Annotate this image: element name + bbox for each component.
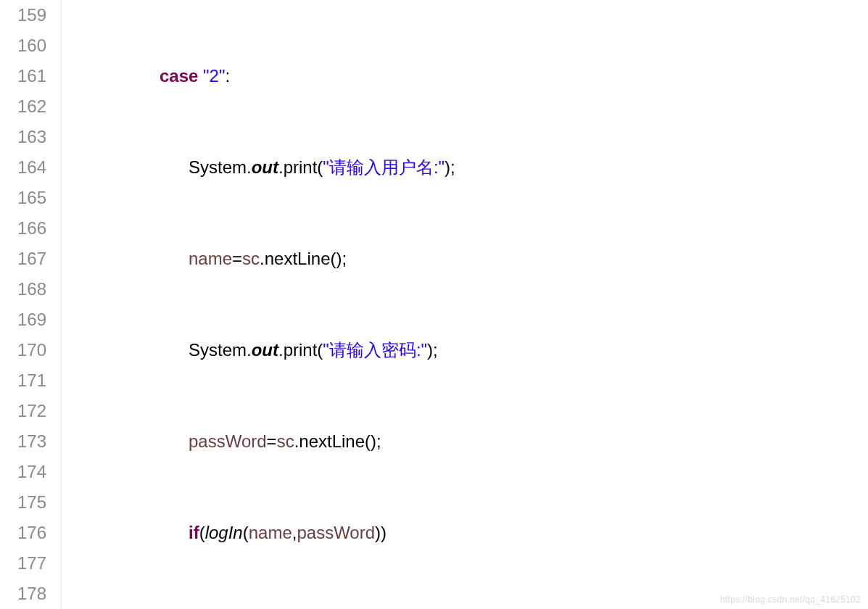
line-number: 171 (0, 365, 46, 396)
code-line[interactable]: System.out.print("请输入密码:"); (73, 335, 868, 365)
code-line[interactable]: if(logIn(name,passWord)) (73, 518, 868, 548)
var-name: name (189, 249, 232, 268)
code-line[interactable]: name=sc.nextLine(); (73, 244, 868, 274)
line-number: 159 (0, 0, 46, 30)
line-number-gutter: 159 160 161 162 163 164 165 166 167 168 … (0, 0, 62, 609)
line-number: 175 (0, 487, 46, 518)
string-literal: "2" (203, 66, 225, 86)
field-out: out (252, 340, 278, 360)
line-number: 173 (0, 426, 46, 457)
line-number: 167 (0, 244, 46, 274)
keyword-if: if (189, 523, 199, 542)
line-number: 168 (0, 274, 46, 304)
line-number: 165 (0, 183, 46, 213)
var-sc: sc (277, 431, 294, 451)
code-editor-area[interactable]: case "2": System.out.print("请输入用户名:"); n… (62, 0, 868, 609)
line-number: 172 (0, 396, 46, 426)
watermark-text: https://blog.csdn.net/qq_41625102 (720, 594, 861, 605)
line-number: 177 (0, 548, 46, 579)
line-number: 169 (0, 304, 46, 335)
field-out: out (252, 157, 278, 177)
line-number: 170 (0, 335, 46, 365)
line-number: 176 (0, 518, 46, 548)
line-number: 161 (0, 61, 46, 91)
keyword-case: case (160, 66, 198, 86)
var-password: passWord (189, 431, 267, 451)
string-literal: "请输入用户名:" (323, 157, 445, 177)
line-number: 164 (0, 152, 46, 183)
method-login: logIn (205, 523, 243, 542)
code-line[interactable]: case "2": (73, 61, 868, 91)
line-number: 178 (0, 579, 46, 609)
line-number: 174 (0, 457, 46, 487)
line-number: 160 (0, 30, 46, 61)
line-number: 166 (0, 213, 46, 244)
line-number: 162 (0, 91, 46, 122)
string-literal: "请输入密码:" (323, 340, 427, 360)
var-sc: sc (242, 249, 260, 268)
code-line[interactable]: System.out.print("请输入用户名:"); (73, 152, 868, 183)
code-line[interactable]: passWord=sc.nextLine(); (73, 426, 868, 457)
line-number: 163 (0, 122, 46, 152)
